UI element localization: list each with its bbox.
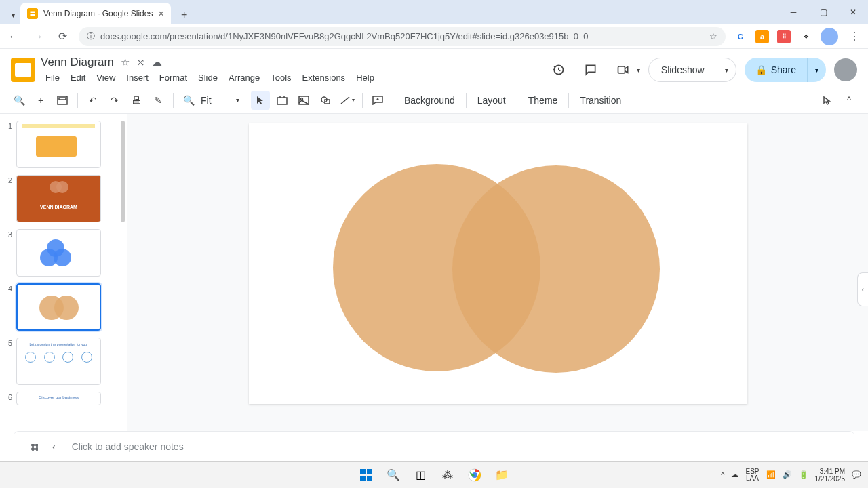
explorer-taskbar-icon[interactable]: 📁 [491,464,513,486]
history-icon[interactable] [546,58,570,82]
forward-button[interactable]: → [30,28,46,45]
slide-thumb-3[interactable] [16,229,101,277]
share-dropdown[interactable]: ▾ [807,58,826,82]
language-indicator[interactable]: ESPLAA [745,468,759,482]
onedrive-tray-icon[interactable]: ☁ [731,470,738,479]
menu-view[interactable]: View [92,70,120,85]
move-icon[interactable]: ⤱ [136,56,145,68]
grammarly-icon[interactable]: G [734,30,747,43]
volume-tray-icon[interactable]: 🔊 [783,470,792,479]
paint-format-button[interactable]: ✎ [149,91,167,110]
comment-button[interactable] [368,91,387,110]
tray-chevron-icon[interactable]: ^ [721,471,724,479]
collapse-filmstrip-icon[interactable]: ‹ [52,441,56,452]
maximize-button[interactable]: ▢ [808,0,838,24]
close-window-button[interactable]: ✕ [838,0,868,24]
filmstrip[interactable]: 1 2 VENN DIAGRAM 3 4 5 Let us design thi… [0,114,127,431]
menu-extensions[interactable]: Extensions [298,70,351,85]
slideshow-dropdown[interactable]: ▾ [717,58,736,82]
windows-taskbar: 🔍 ◫ ⁂ 📁 ^ ☁ ESPLAA 📶 🔊 🔋 3:41 PM 1/21/20… [0,461,868,488]
transition-button[interactable]: Transition [574,95,627,106]
menu-insert[interactable]: Insert [121,70,153,85]
redo-button[interactable]: ↷ [105,91,124,110]
menu-help[interactable]: Help [351,70,379,85]
clock[interactable]: 3:41 PM 1/21/2025 [815,468,846,483]
background-button[interactable]: Background [399,95,460,106]
slack-taskbar-icon[interactable]: ⁂ [437,464,458,486]
slide-canvas[interactable] [249,123,747,404]
select-tool[interactable] [251,91,270,110]
zoom-dropdown-icon[interactable]: ▾ [236,96,239,104]
search-taskbar-icon[interactable]: 🔍 [382,464,404,486]
speaker-notes-bar: ▦ ‹ Click to add speaker notes [14,431,854,461]
ext-icon-3[interactable]: ⠿ [777,30,791,43]
new-slide-button[interactable]: + [31,91,50,110]
chrome-menu-icon[interactable]: ⋮ [846,28,863,45]
undo-button[interactable]: ↶ [83,91,102,110]
task-view-icon[interactable]: ◫ [410,464,431,486]
textbox-tool[interactable] [273,91,292,110]
slides-logo-icon[interactable] [11,58,35,82]
svg-rect-3 [59,98,66,100]
star-icon[interactable]: ☆ [121,56,130,68]
print-button[interactable]: 🖶 [127,91,146,110]
menu-edit[interactable]: Edit [66,70,90,85]
wifi-tray-icon[interactable]: 📶 [766,470,776,479]
menu-format[interactable]: Format [155,70,192,85]
battery-tray-icon[interactable]: 🔋 [799,470,808,479]
search-menus-icon[interactable]: 🔍 [9,91,28,110]
new-slide-layout-button[interactable] [53,91,72,110]
close-tab-icon[interactable]: × [158,8,163,19]
document-title[interactable]: Venn Diagram [41,56,114,69]
account-avatar[interactable] [834,58,857,81]
zoom-select[interactable]: Fit [201,95,233,106]
grid-view-icon[interactable]: ▦ [30,441,39,452]
menu-slide[interactable]: Slide [193,70,222,85]
svg-rect-10 [367,469,372,474]
venn-right-circle[interactable] [452,165,660,373]
chrome-avatar[interactable] [821,28,838,45]
extension-icons: G a ⠿ ⟡ ⋮ [734,28,863,45]
slide-thumb-2[interactable]: VENN DIAGRAM [16,175,101,222]
share-button[interactable]: 🔒 Share [745,58,807,82]
slide-number: 5 [4,338,12,347]
slide-thumb-5[interactable]: Let us design this presentation for you. [16,338,101,385]
menu-bar: File Edit View Insert Format Slide Arran… [41,70,379,85]
amazon-ext-icon[interactable]: a [755,30,769,43]
site-info-icon[interactable]: ⓘ [87,30,95,42]
zoom-out-icon[interactable]: 🔍 [179,91,198,110]
comments-icon[interactable] [578,58,603,82]
extensions-icon[interactable]: ⟡ [799,30,812,43]
shape-tool[interactable] [316,91,335,110]
notifications-tray-icon[interactable]: 💬 [852,470,861,479]
menu-tools[interactable]: Tools [266,70,296,85]
browser-tab[interactable]: Venn Diagram - Google Slides × [20,3,171,24]
side-panel-toggle[interactable]: ‹ [857,272,868,306]
image-tool[interactable] [294,91,313,110]
theme-button[interactable]: Theme [523,95,564,106]
tablist-dropdown[interactable]: ▾ [5,5,20,24]
new-tab-button[interactable]: + [175,5,194,24]
back-button[interactable]: ← [5,28,22,45]
slideshow-button[interactable]: Slideshow [648,58,717,82]
collapse-toolbar-icon[interactable]: ^ [840,91,859,110]
bookmark-icon[interactable]: ☆ [709,31,717,41]
line-tool[interactable]: ▾ [338,91,357,110]
menu-file[interactable]: File [41,70,64,85]
reload-button[interactable]: ⟳ [54,28,71,45]
mode-icon[interactable] [818,91,837,110]
speaker-notes-input[interactable]: Click to add speaker notes [72,441,184,452]
meet-button[interactable]: ▾ [611,58,640,82]
meet-icon [611,58,635,82]
slide-thumb-4[interactable] [16,283,101,331]
menu-arrange[interactable]: Arrange [224,70,264,85]
browser-tab-strip: ▾ Venn Diagram - Google Slides × + ─ ▢ ✕ [0,0,868,24]
slide-thumb-6[interactable]: Discover our business [16,392,101,405]
slide-thumb-1[interactable] [16,121,101,168]
url-input[interactable]: ⓘ docs.google.com/presentation/d/1NyJXE3… [79,27,726,46]
chrome-taskbar-icon[interactable] [464,464,486,486]
minimize-button[interactable]: ─ [778,0,808,24]
layout-button[interactable]: Layout [472,95,511,106]
start-button[interactable] [355,464,377,486]
filmstrip-scrollbar[interactable] [121,121,126,338]
